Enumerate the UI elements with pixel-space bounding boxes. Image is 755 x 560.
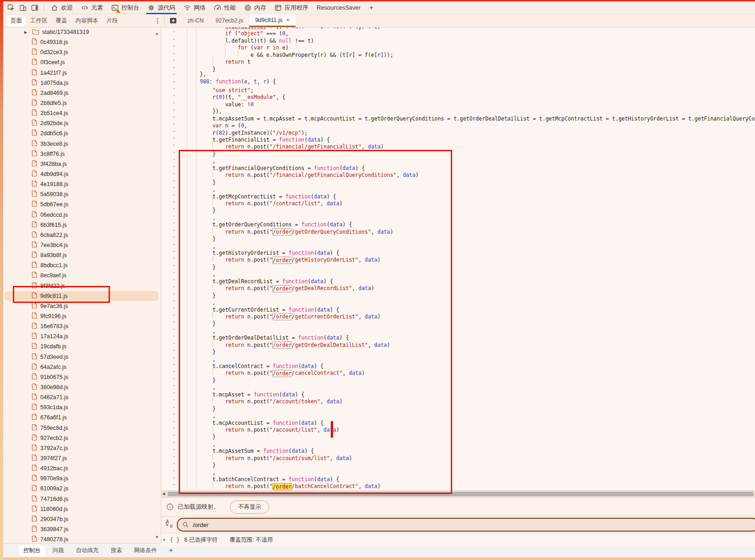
code-line[interactable]: -return n.post("/order/getOrderQueryCond… xyxy=(161,227,755,234)
navigator-tab-覆盖[interactable]: 覆盖 xyxy=(52,15,71,27)
gutter-mark[interactable]: - xyxy=(161,418,187,425)
tree-file-row[interactable]: 4db9d94.js xyxy=(3,169,161,179)
code-line[interactable]: -"use strict"; xyxy=(161,85,755,92)
navigator-tab-内容脚本[interactable]: 内容脚本 xyxy=(72,15,102,27)
more-panels-button[interactable]: + xyxy=(365,4,378,12)
tree-file-row[interactable]: 8ec9aef.js xyxy=(3,270,161,280)
gutter-mark[interactable]: - xyxy=(161,28,187,35)
tree-file-row[interactable]: 759ec8d.js xyxy=(3,423,161,433)
gutter-mark[interactable]: - xyxy=(161,276,187,283)
code-line[interactable]: -, xyxy=(161,269,755,276)
gutter-mark[interactable]: - xyxy=(161,43,187,49)
tree-file-row[interactable]: 593c1da.js xyxy=(3,402,161,412)
drawer-tab-问题[interactable]: 问题 xyxy=(48,545,69,556)
gutter-mark[interactable]: - xyxy=(161,411,187,417)
gutter-mark[interactable]: - xyxy=(161,198,187,205)
tree-file-row[interactable]: 4912bac.js xyxy=(3,463,161,473)
gutter-mark[interactable]: - xyxy=(161,227,187,234)
gutter-mark[interactable]: - xyxy=(161,170,187,177)
panel-tab-网络[interactable]: 网络 xyxy=(180,1,210,14)
tree-file-row[interactable]: 2d92bde.js xyxy=(3,118,161,128)
code-line[interactable]: -return n.post("/order/getCurrentOrderLi… xyxy=(161,312,755,318)
tree-file-row[interactable]: 380e98d.js xyxy=(3,382,161,392)
code-editor[interactable]: -l.default)(e) ? [] : null === e ? null … xyxy=(161,27,755,490)
gutter-mark[interactable]: - xyxy=(161,446,187,453)
code-line[interactable]: -t.batchCancelContract = function(data) … xyxy=(161,474,755,481)
gutter-mark[interactable]: - xyxy=(161,135,187,142)
tree-file-row[interactable]: 2ad8469.js xyxy=(3,88,161,98)
tree-file-row[interactable]: 61009a2.js xyxy=(3,483,161,494)
gutter-mark[interactable]: - xyxy=(161,234,187,241)
gutter-mark[interactable]: - xyxy=(161,474,187,481)
tree-file-row[interactable]: 9970e9a.js xyxy=(3,473,161,483)
scroll-up-arrow-icon[interactable]: ▲ xyxy=(155,31,159,36)
tree-file-row[interactable]: 3974f27.js xyxy=(3,453,161,463)
code-line[interactable]: -t.getCurrentOrderList = function(data) … xyxy=(161,305,755,312)
tree-file-row[interactable]: 1d075da.js xyxy=(3,78,161,88)
gutter-mark[interactable]: - xyxy=(161,382,187,389)
editor-tab-927ecb2.js[interactable]: 927ecb2.js xyxy=(209,14,249,27)
panel-tab-源代码[interactable]: 源代码 xyxy=(143,1,180,14)
code-line[interactable]: -return n.post("/account/token", data) xyxy=(161,396,755,403)
tree-file-row[interactable]: 676a6f1.js xyxy=(3,412,161,423)
gutter-mark[interactable]: - xyxy=(161,269,187,276)
code-line[interactable]: -, xyxy=(161,382,755,389)
gutter-mark[interactable]: - xyxy=(161,460,187,467)
code-line[interactable]: -t.mcpAssetSum = t.mcpAsset = t.mcpAccou… xyxy=(161,114,755,121)
code-line[interactable]: -t.getMcpContractList = function(data) { xyxy=(161,192,755,198)
tree-file-row[interactable]: 0462a71.js xyxy=(3,392,161,402)
tree-folder-row[interactable]: ▶static/1733481319 xyxy=(3,27,161,37)
panel-tab-内存[interactable]: 内存 xyxy=(240,1,270,14)
drawer-tab-控制台[interactable]: 控制台 xyxy=(19,545,45,556)
tree-file-row[interactable]: 5a59038.js xyxy=(3,189,161,199)
panel-tab-性能[interactable]: 性能 xyxy=(210,1,240,14)
drawer-tab-网络条件[interactable]: 网络条件 xyxy=(130,545,162,556)
pretty-print-icon[interactable]: { } xyxy=(170,537,180,543)
tree-file-row[interactable]: 06edccd.js xyxy=(3,210,161,220)
tree-file-row[interactable]: 91b0675.js xyxy=(3,372,161,382)
code-line[interactable]: -t.mcpAsset = function(data) { xyxy=(161,390,755,396)
gutter-mark[interactable]: - xyxy=(161,404,187,411)
code-line[interactable]: -return n.post("/order/cancelContract", … xyxy=(161,368,755,375)
tree-file-row[interactable]: 57d3eed.js xyxy=(3,352,161,362)
code-line[interactable]: -value: !0 xyxy=(161,99,755,106)
code-line[interactable]: -return n.post("/financial/getFinancialQ… xyxy=(161,170,755,177)
code-line[interactable]: -return n.post("/order/getHistoryOrderLi… xyxy=(161,255,755,262)
overflow-menu-icon[interactable]: ⋮ xyxy=(154,17,161,24)
tree-file-row[interactable]: 7ee3bc4.js xyxy=(3,240,161,250)
tree-file-row[interactable]: 74716d8.js xyxy=(3,494,161,504)
tree-file-row[interactable]: 8a93b8f.js xyxy=(3,250,161,260)
tree-file-row[interactable]: 9fc9196.js xyxy=(3,311,161,321)
scrollbar-thumb[interactable] xyxy=(168,492,754,496)
gutter-mark[interactable]: - xyxy=(161,318,187,325)
code-line[interactable]: -e && e.hasOwnProperty(r) && (t[r] = f(e… xyxy=(161,50,755,57)
code-line[interactable]: -, xyxy=(161,213,755,220)
code-line[interactable]: -, xyxy=(161,326,755,333)
code-line[interactable]: -988: function(e, t, r) { xyxy=(161,78,755,85)
disclosure-triangle-icon[interactable]: ▶ xyxy=(24,30,29,34)
tree-file-row[interactable]: 6cba822.js xyxy=(3,230,161,240)
code-line[interactable]: -r(82).getInstance)("/v1/mcp"); xyxy=(161,128,755,135)
device-toolbar-icon[interactable] xyxy=(17,2,29,13)
gutter-mark[interactable]: - xyxy=(161,283,187,290)
gutter-mark[interactable]: - xyxy=(161,149,187,156)
gutter-mark[interactable]: - xyxy=(161,390,187,396)
close-tab-icon[interactable]: × xyxy=(286,16,290,23)
tree-file-row[interactable]: 0d32ce3.js xyxy=(3,47,161,57)
gutter-mark[interactable]: - xyxy=(161,114,187,121)
code-line[interactable]: -r(0)(t, "__esModule", { xyxy=(161,92,755,99)
gutter-mark[interactable]: - xyxy=(161,156,187,163)
code-line[interactable]: -for (var r in e) xyxy=(161,43,755,49)
gutter-mark[interactable]: - xyxy=(161,248,187,255)
drawer-tab-搜索[interactable]: 搜索 xyxy=(106,545,127,556)
code-line[interactable]: -, xyxy=(161,184,755,191)
tree-file-row[interactable]: 3639847.js xyxy=(3,524,161,534)
code-line[interactable]: -t.getDealRecordList = function(data) { xyxy=(161,276,755,283)
code-line[interactable]: -return n.post("/account/list", data) xyxy=(161,425,755,432)
gutter-mark[interactable]: - xyxy=(161,78,187,85)
gutter-mark[interactable]: - xyxy=(161,192,187,198)
tree-file-row[interactable]: 8bdbcc1.js xyxy=(3,260,161,270)
code-line[interactable]: -t.cancelContract = function(data) { xyxy=(161,361,755,368)
tree-file-row[interactable]: 19cdafb.js xyxy=(3,341,161,351)
code-line[interactable]: -t.mcpAssetSum = function(data) { xyxy=(161,446,755,453)
